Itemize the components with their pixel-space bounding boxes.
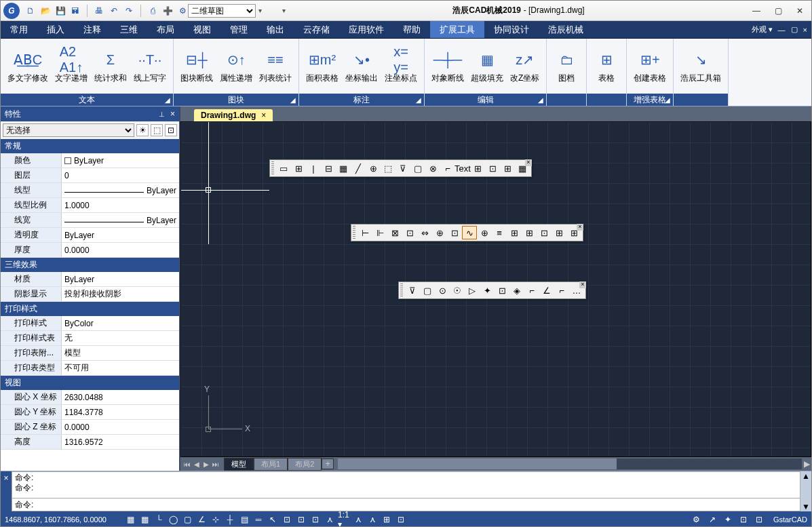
command-input[interactable]: 命令:	[12, 498, 800, 511]
toolbar-button[interactable]: ⇔	[417, 226, 432, 239]
toolbar-button[interactable]: ⌐	[440, 161, 455, 175]
ribbon-button[interactable]: Σ统计求和	[92, 47, 130, 85]
group-expand-icon[interactable]: ◢	[538, 96, 543, 104]
layout-nav[interactable]: ⏮ ◀ ▶ ⏭	[183, 461, 220, 468]
workspace-selector[interactable]: 二维草图	[188, 4, 256, 18]
ribbon-button[interactable]: ▦超级填充	[468, 47, 506, 85]
toolbar-button[interactable]: ◈	[509, 284, 524, 297]
toolbar-button[interactable]: ⊽	[405, 284, 420, 297]
toolbar-close-icon[interactable]: ×	[579, 281, 586, 288]
status-toggle[interactable]: ↖	[267, 513, 279, 526]
ribbon-button[interactable]: ─┼─对象断线	[429, 47, 467, 85]
close-button[interactable]: ✕	[795, 6, 805, 16]
canvas[interactable]: Y X ▭⊞|⊟▦╱⊕⬚⊽▢⊗⌐Text⊞⊡⊞▦×⊢⊩⊠⊡⇔⊕⊡∿⊕≡⊞⊞⊡⊞⊞…	[180, 121, 811, 457]
ribbon-button[interactable]: x=y=注坐标点	[382, 47, 420, 85]
toolbar-close-icon[interactable]: ×	[577, 224, 583, 231]
property-row[interactable]: 透明度ByLayer	[1, 228, 179, 243]
ribbon-button[interactable]: ⊞+创建表格	[631, 47, 669, 85]
status-tool[interactable]: ⊡	[753, 513, 765, 526]
doc-max-icon[interactable]: ▢	[791, 25, 798, 34]
property-row[interactable]: 线型比例1.0000	[1, 198, 179, 213]
status-toggle[interactable]: ∠	[195, 513, 208, 526]
status-tool[interactable]: ↗	[706, 513, 718, 526]
doc-close-icon[interactable]: ×	[803, 26, 807, 34]
toolbar-button[interactable]: ▷	[465, 284, 480, 297]
status-toggle[interactable]: ⊡	[309, 513, 322, 526]
status-toggle[interactable]: ⋏	[324, 513, 336, 526]
panel-close-icon[interactable]: ×	[170, 109, 175, 119]
cmd-scroll-down-icon[interactable]: ▼	[802, 502, 810, 511]
group-expand-icon[interactable]: ◢	[416, 96, 421, 104]
toolbar-button[interactable]: ✦	[480, 284, 495, 297]
property-row[interactable]: 打印表类型不可用	[1, 361, 179, 376]
file-tab-drawing1[interactable]: Drawing1.dwg ×	[194, 109, 273, 121]
property-row[interactable]: 颜色ByLayer	[1, 153, 179, 168]
toolbar-button[interactable]: ≡	[492, 226, 507, 239]
status-toggle[interactable]: ▦	[124, 513, 136, 526]
status-toggle[interactable]: ▢	[181, 513, 193, 526]
toolbar-button[interactable]: ⌐	[554, 284, 569, 297]
ribbon-tab-8[interactable]: 云存储	[294, 21, 339, 38]
group-expand-icon[interactable]: ◢	[165, 96, 170, 104]
minimize-button[interactable]: —	[752, 6, 761, 16]
status-toggle[interactable]: ⋏	[352, 513, 364, 526]
toolbar-button[interactable]: ▢	[420, 284, 435, 297]
property-row[interactable]: 打印表附...模型	[1, 346, 179, 361]
property-row[interactable]: 线宽ByLayer	[1, 213, 179, 228]
ribbon-tab-6[interactable]: 管理	[220, 21, 257, 38]
toolbar-button[interactable]: |	[306, 161, 321, 175]
toolbar-button[interactable]: ⬚	[381, 161, 395, 175]
toolbar-button[interactable]: ⊕	[366, 161, 381, 175]
status-tool[interactable]: ⊡	[737, 513, 750, 526]
toolbar-button[interactable]: ⊙	[435, 284, 450, 297]
workspace-icon[interactable]: ⚙	[177, 5, 188, 16]
toolbar-button[interactable]: ⊞	[470, 161, 485, 175]
status-toggle[interactable]: ⊹	[210, 513, 222, 526]
group-expand-icon[interactable]: ◢	[665, 96, 670, 104]
status-tool[interactable]: ✦	[722, 513, 734, 526]
ribbon-tab-12[interactable]: 协同设计	[484, 21, 539, 38]
command-close-icon[interactable]: ×	[1, 471, 12, 511]
add-icon[interactable]: ➕	[162, 5, 173, 16]
redo-icon[interactable]: ↷	[123, 5, 134, 16]
layout-tab[interactable]: 布局1	[254, 458, 288, 471]
toolbar-button[interactable]: ⊞	[552, 226, 566, 239]
property-row[interactable]: 材质ByLayer	[1, 272, 179, 287]
layout-tab[interactable]: 布局2	[288, 458, 322, 471]
selection-dropdown[interactable]: 无选择	[3, 123, 134, 137]
toolbar-drag-handle[interactable]	[271, 161, 274, 175]
property-row[interactable]: 线型ByLayer	[1, 183, 179, 198]
maximize-button[interactable]: ▢	[773, 6, 783, 16]
print-icon[interactable]: ⎙	[147, 5, 158, 16]
toolbar-button[interactable]: ⊕	[477, 226, 492, 239]
property-category[interactable]: 视图	[1, 376, 179, 390]
layout-tab[interactable]: 模型	[224, 458, 254, 471]
workspace-dropdown-icon[interactable]: ▾	[258, 7, 262, 14]
toolbar-button[interactable]: ⊞	[522, 226, 537, 239]
ribbon-tab-1[interactable]: 插入	[37, 21, 74, 38]
ribbon-tab-11[interactable]: 扩展工具	[430, 21, 484, 38]
ribbon-tab-9[interactable]: 应用软件	[339, 21, 393, 38]
ribbon-button[interactable]: z↗改Z坐标	[507, 47, 542, 85]
ribbon-tab-0[interactable]: 常用	[1, 21, 37, 38]
ribbon-tab-13[interactable]: 浩辰机械	[539, 21, 593, 38]
toolbar-button[interactable]: ⊢	[357, 226, 372, 239]
toolbar-button[interactable]: ⊡	[495, 284, 509, 297]
cmd-scroll-up-icon[interactable]: ▲	[802, 471, 810, 481]
toolbar-button[interactable]: ⊠	[387, 226, 402, 239]
toolbar-button[interactable]: ⊡	[447, 226, 462, 239]
undo-icon[interactable]: ↶	[109, 5, 119, 16]
property-row[interactable]: 高度1316.9572	[1, 435, 179, 450]
property-category[interactable]: 三维效果	[1, 258, 179, 272]
ribbon-tab-7[interactable]: 输出	[257, 21, 294, 38]
ribbon-button[interactable]: ↘浩辰工具箱	[678, 47, 724, 85]
toggle-pickadd-icon[interactable]: ⊡	[165, 124, 177, 136]
plot-icon[interactable]: 🖶	[94, 5, 104, 16]
saveall-icon[interactable]: 🖬	[70, 5, 81, 16]
doc-min-icon[interactable]: —	[778, 26, 786, 34]
property-category[interactable]: 常规	[1, 139, 179, 153]
toolbar-button[interactable]: ⊗	[425, 161, 440, 175]
property-row[interactable]: 图层0	[1, 168, 179, 183]
nav-next-icon[interactable]: ▶	[202, 461, 210, 468]
pin-icon[interactable]: ⊥	[159, 111, 165, 118]
